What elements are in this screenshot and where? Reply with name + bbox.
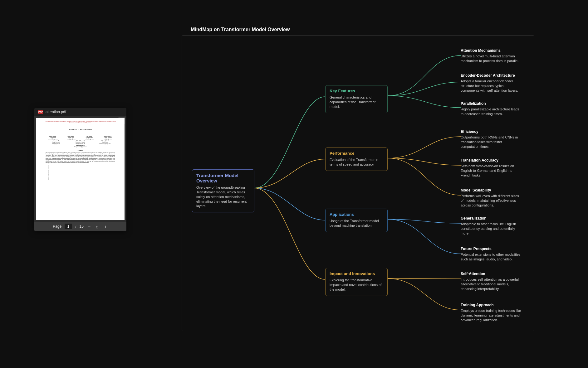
leaf-efficiency[interactable]: Efficiency Outperforms both RNNs and CNN… <box>461 129 522 149</box>
authors-row-1: Ashish Vaswani*Google Brainavaswani@goog… <box>36 135 125 140</box>
leaf-title: Training Approach <box>461 303 522 307</box>
pdf-toolbar: Page / 15 − ⌕ + <box>34 222 126 231</box>
branch-impact[interactable]: Impact and Innovations Exploring the tra… <box>325 268 388 296</box>
leaf-title: Translation Accuracy <box>461 158 522 162</box>
pdf-body: arXiv:1706.03762v7 [cs.CL] 2 Aug 2023 Pr… <box>34 116 126 222</box>
zoom-in-button[interactable]: + <box>103 224 108 229</box>
abstract-text: The dominant sequence transduction model… <box>36 152 125 165</box>
root-node-desc: Overview of the groundbreaking Transform… <box>196 185 250 208</box>
root-node[interactable]: Transformer Model Overview Overview of t… <box>192 169 254 212</box>
pdf-file-icon: PDF <box>38 110 43 114</box>
branch-title: Performance <box>330 151 383 156</box>
arxiv-side-label: arXiv:1706.03762v7 [cs.CL] 2 Aug 2023 <box>48 158 49 180</box>
leaf-desc: Potential extensions to other modalities… <box>461 252 522 262</box>
branch-performance[interactable]: Performance Evaluation of the Transforme… <box>325 148 388 171</box>
permission-notice: Provided proper attribution is provided,… <box>36 118 125 125</box>
leaf-title: Parallelization <box>461 101 522 106</box>
leaf-encoder-decoder[interactable]: Encoder-Decoder Architecture Adopts a fa… <box>461 73 522 93</box>
branch-desc: General characteristics and capabilities… <box>330 95 383 109</box>
leaf-title: Self-Attention <box>461 272 522 276</box>
branch-title: Impact and Innovations <box>330 271 383 276</box>
leaf-model-scalability[interactable]: Model Scalability Performs well even wit… <box>461 188 522 208</box>
mindmap-title: MindMap on Transformer Model Overview <box>191 27 290 32</box>
leaf-desc: Sets new state-of-the-art results on Eng… <box>461 164 522 178</box>
leaf-title: Future Prospects <box>461 247 522 251</box>
leaf-self-attention[interactable]: Self-Attention Introduces self-attention… <box>461 272 522 291</box>
paper-title: Attention Is All You Need <box>44 126 117 133</box>
authors-row-2: Llion Jones*Google Researchllion@google.… <box>36 140 125 144</box>
leaf-title: Generalization <box>461 216 522 220</box>
leaf-title: Efficiency <box>461 129 522 134</box>
branch-title: Applications <box>330 212 383 217</box>
authors-row-3: Illia Polosukhin* ‡illia.polosukhin@gmai… <box>36 144 125 148</box>
leaf-desc: Outperforms both RNNs and CNNs in transl… <box>461 135 522 149</box>
pdf-preview-panel: PDF attention.pdf arXiv:1706.03762v7 [cs… <box>34 108 126 231</box>
branch-desc: Exploring the transformative impacts and… <box>330 278 383 292</box>
leaf-translation-accuracy[interactable]: Translation Accuracy Sets new state-of-t… <box>461 158 522 178</box>
leaf-generalization[interactable]: Generalization Adaptable to other tasks … <box>461 216 522 236</box>
leaf-title: Encoder-Decoder Architecture <box>461 73 522 78</box>
branch-desc: Evaluation of the Transformer in terms o… <box>330 157 383 167</box>
leaf-parallelization[interactable]: Parallelization Highly parallelizable ar… <box>461 101 522 116</box>
leaf-desc: Adaptable to other tasks like English co… <box>461 222 522 236</box>
leaf-future-prospects[interactable]: Future Prospects Potential extensions to… <box>461 247 522 262</box>
leaf-desc: Highly parallelizable architecture leads… <box>461 107 522 116</box>
branch-desc: Usage of the Transformer model beyond ma… <box>330 219 383 228</box>
branch-title: Key Features <box>330 89 383 93</box>
page-separator: / <box>75 224 76 229</box>
pdf-header: PDF attention.pdf <box>34 108 126 116</box>
zoom-search-button[interactable]: ⌕ <box>95 224 100 229</box>
leaf-desc: Employs unique training techniques like … <box>461 308 522 322</box>
pdf-filename: attention.pdf <box>46 110 66 114</box>
leaf-title: Attention Mechanisms <box>461 48 522 53</box>
page-label: Page <box>53 224 61 229</box>
root-node-title: Transformer Model Overview <box>196 173 250 183</box>
page-total: 15 <box>80 224 84 229</box>
leaf-attention-mechanisms[interactable]: Attention Mechanisms Utilizes a novel mu… <box>461 48 522 63</box>
leaf-desc: Performs well even with different sizes … <box>461 194 522 208</box>
leaf-training-approach[interactable]: Training Approach Employs unique trainin… <box>461 303 522 322</box>
zoom-out-button[interactable]: − <box>87 224 92 229</box>
page-number-input[interactable] <box>65 224 72 229</box>
leaf-desc: Adopts a familiar encoder-decoder struct… <box>461 79 522 93</box>
branch-key-features[interactable]: Key Features General characteristics and… <box>325 85 388 113</box>
leaf-desc: Introduces self-attention as a powerful … <box>461 277 522 291</box>
leaf-desc: Utilizes a novel multi-head attention me… <box>461 54 522 63</box>
leaf-title: Model Scalability <box>461 188 522 192</box>
pdf-page[interactable]: arXiv:1706.03762v7 [cs.CL] 2 Aug 2023 Pr… <box>36 118 125 220</box>
branch-applications[interactable]: Applications Usage of the Transformer mo… <box>325 209 388 232</box>
